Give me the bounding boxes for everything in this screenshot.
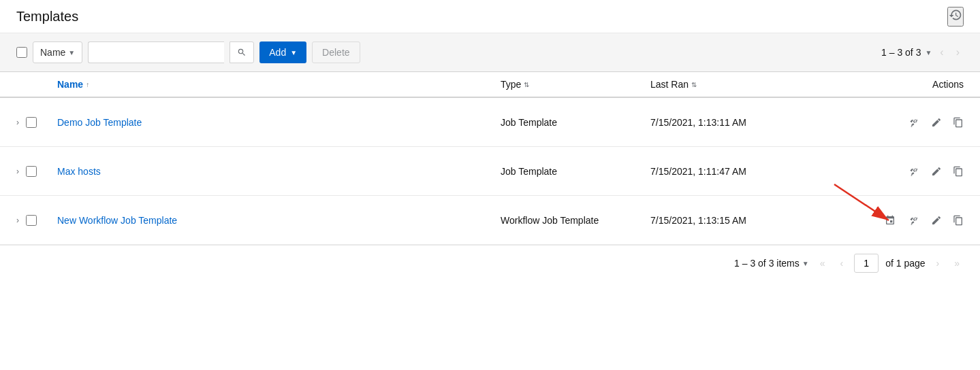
col-header-actions: Actions xyxy=(841,79,964,90)
copy-button-1[interactable] xyxy=(953,117,964,128)
copy-icon-2 xyxy=(953,166,964,177)
pencil-icon-1 xyxy=(931,117,942,128)
history-button[interactable] xyxy=(947,7,964,27)
row-expand-2: › xyxy=(16,166,57,177)
col-type-label: Type xyxy=(501,79,521,90)
row-name-2: Max hosts xyxy=(57,166,501,177)
row-expand-3: › xyxy=(16,215,57,226)
footer-prev-button[interactable]: ‹ xyxy=(836,256,847,270)
col-name-label: Name xyxy=(57,79,83,90)
edit-button-3[interactable] xyxy=(931,215,942,226)
footer-count: 1 – 3 of 3 items ▼ xyxy=(734,258,809,269)
filter-select[interactable]: Name ▼ xyxy=(33,41,82,63)
copy-icon-3 xyxy=(953,215,964,226)
launch-button-2[interactable] xyxy=(909,166,920,177)
row-lastran-2: 7/15/2021, 1:11:47 AM xyxy=(650,166,841,177)
row-checkbox-1[interactable] xyxy=(26,117,37,128)
row-type-1: Job Template xyxy=(501,117,650,128)
pencil-icon-3 xyxy=(931,215,942,226)
search-icon xyxy=(237,48,247,57)
add-button[interactable]: Add ▼ xyxy=(259,41,306,63)
col-type-sort-icon: ⇅ xyxy=(524,81,529,88)
expand-icon-2[interactable]: › xyxy=(16,167,19,176)
pagination-range: 1 – 3 of 3 xyxy=(881,47,921,58)
launch-button-1[interactable] xyxy=(909,117,920,128)
footer-range: 1 – 3 of 3 items xyxy=(734,258,800,269)
copy-button-2[interactable] xyxy=(953,166,964,177)
copy-button-3[interactable] xyxy=(953,215,964,226)
delete-label: Delete xyxy=(322,47,349,58)
pagination-prev-button[interactable]: ‹ xyxy=(936,45,947,60)
pencil-icon-2 xyxy=(931,166,942,177)
row-name-link-3[interactable]: New Workflow Job Template xyxy=(57,215,177,226)
footer-count-chevron-icon[interactable]: ▼ xyxy=(802,260,809,267)
search-input[interactable] xyxy=(88,41,224,63)
col-header-name[interactable]: Name ↑ xyxy=(57,79,501,90)
col-header-lastran[interactable]: Last Ran ⇅ xyxy=(650,79,841,90)
col-actions-label: Actions xyxy=(932,79,964,90)
pagination-next-button[interactable]: › xyxy=(952,45,964,60)
table-row: › Demo Job Template Job Template 7/15/20… xyxy=(0,98,980,147)
row-name-link-2[interactable]: Max hosts xyxy=(57,166,101,177)
col-header-type[interactable]: Type ⇅ xyxy=(501,79,650,90)
footer-page-total: of 1 page xyxy=(885,258,925,269)
expand-icon-1[interactable]: › xyxy=(16,118,19,127)
pagination-chevron-icon[interactable]: ▼ xyxy=(925,49,932,56)
expand-icon-3[interactable]: › xyxy=(16,216,19,225)
toolbar-left: Name ▼ Add ▼ Delete xyxy=(16,41,874,63)
row-checkbox-3[interactable] xyxy=(26,215,37,226)
edit-button-2[interactable] xyxy=(931,166,942,177)
launch-button-3[interactable] xyxy=(909,215,920,226)
filter-chevron-icon: ▼ xyxy=(68,49,75,56)
edit-button-1[interactable] xyxy=(931,117,942,128)
footer-last-button[interactable]: » xyxy=(950,256,964,270)
search-button[interactable] xyxy=(230,41,254,63)
page-header: Templates xyxy=(0,0,980,33)
add-chevron-icon: ▼ xyxy=(290,49,297,56)
row-type-2: Job Template xyxy=(501,166,650,177)
row-actions-1 xyxy=(841,117,964,128)
row-checkbox-2[interactable] xyxy=(26,166,37,177)
table-wrapper: Name ↑ Type ⇅ Last Ran ⇅ Actions › Demo … xyxy=(0,72,980,281)
pagination-top: 1 – 3 of 3 ▼ ‹ › xyxy=(881,45,964,60)
table-row: › Max hosts Job Template 7/15/2021, 1:11… xyxy=(0,147,980,196)
row-expand-1: › xyxy=(16,117,57,128)
rocket-icon-1 xyxy=(909,117,920,128)
row-actions-2 xyxy=(841,166,964,177)
filter-label: Name xyxy=(40,47,65,58)
col-name-sort-icon: ↑ xyxy=(86,81,89,88)
row-name-link-1[interactable]: Demo Job Template xyxy=(57,117,142,128)
delete-button[interactable]: Delete xyxy=(312,41,360,63)
footer-first-button[interactable]: « xyxy=(816,256,829,270)
row-type-3: Workflow Job Template xyxy=(501,215,650,226)
workflow-icon-3 xyxy=(885,215,896,226)
row-lastran-3: 7/15/2021, 1:13:15 AM xyxy=(650,215,841,226)
table-footer: 1 – 3 of 3 items ▼ « ‹ of 1 page › » xyxy=(0,245,980,281)
rocket-icon-3 xyxy=(909,215,920,226)
copy-icon-1 xyxy=(953,117,964,128)
rocket-icon-2 xyxy=(909,166,920,177)
col-lastran-label: Last Ran xyxy=(650,79,689,90)
footer-page-input[interactable] xyxy=(854,254,879,273)
row-name-1: Demo Job Template xyxy=(57,117,501,128)
table-header: Name ↑ Type ⇅ Last Ran ⇅ Actions xyxy=(0,72,980,98)
page-title: Templates xyxy=(16,9,78,24)
row-name-3: New Workflow Job Template xyxy=(57,215,501,226)
row-actions-3 xyxy=(841,215,964,226)
toolbar: Name ▼ Add ▼ Delete 1 – 3 of 3 ▼ ‹ › xyxy=(0,33,980,72)
row-lastran-1: 7/15/2021, 1:13:11 AM xyxy=(650,117,841,128)
col-header-expand xyxy=(16,79,57,90)
select-all-checkbox[interactable] xyxy=(16,47,27,58)
table-row: › New Workflow Job Template Workflow Job… xyxy=(0,196,980,245)
add-label: Add xyxy=(269,47,286,58)
col-lastran-sort-icon: ⇅ xyxy=(691,81,697,88)
workflow-button-3[interactable] xyxy=(885,215,896,226)
footer-next-button[interactable]: › xyxy=(932,256,944,270)
